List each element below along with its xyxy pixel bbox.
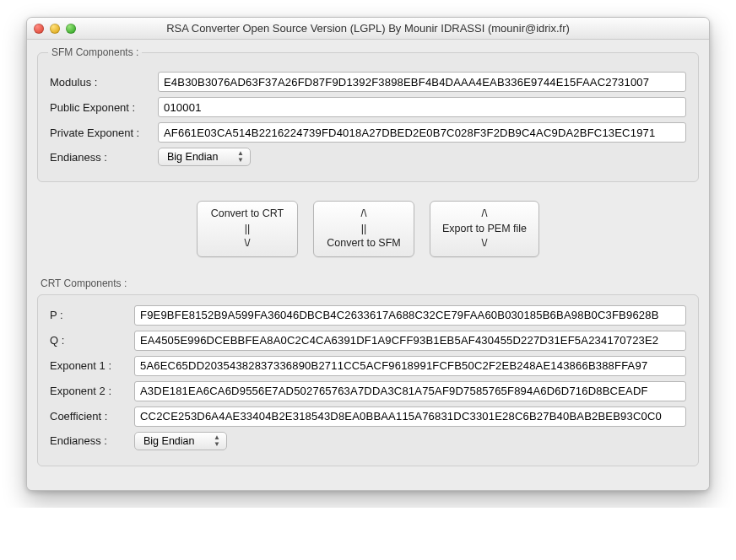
p-input[interactable] [134, 305, 686, 326]
row-p: P : [50, 305, 686, 326]
public-exponent-label: Public Exponent : [50, 101, 158, 114]
row-exp1: Exponent 1 : [50, 356, 686, 376]
public-exponent-input[interactable] [158, 97, 686, 117]
close-icon[interactable] [34, 24, 44, 34]
exp1-input[interactable] [134, 356, 686, 376]
sfm-endianess-select[interactable]: Big Endian [158, 148, 251, 166]
window-content: SFM Components : Modulus : Public Expone… [27, 40, 709, 490]
row-exp2: Exponent 2 : [50, 381, 686, 401]
row-q: Q : [50, 331, 686, 351]
coeff-input[interactable] [134, 407, 686, 427]
app-window: RSA Converter Open Source Version (LGPL)… [26, 17, 710, 491]
p-label: P : [50, 309, 134, 321]
export-to-pem-button[interactable]: /\ Export to PEM file \/ [430, 201, 539, 257]
crt-endianess-wrap: Big Endian ▲▼ [134, 432, 227, 450]
zoom-icon[interactable] [66, 24, 76, 34]
crt-legend: CRT Components : [41, 277, 699, 289]
row-sfm-endianess: Endianess : Big Endian ▲▼ [50, 148, 686, 166]
crt-endianess-label: Endianess : [50, 434, 134, 447]
modulus-label: Modulus : [50, 76, 158, 89]
convert-to-crt-button[interactable]: Convert to CRT || \/ [197, 201, 298, 257]
exp2-label: Exponent 2 : [50, 385, 134, 397]
convert-to-sfm-button[interactable]: /\ || Convert to SFM [313, 201, 414, 257]
row-public-exponent: Public Exponent : [50, 97, 686, 117]
crt-endianess-select[interactable]: Big Endian [134, 432, 227, 450]
exp2-input[interactable] [134, 381, 686, 401]
convert-buttons: Convert to CRT || \/ /\ || Convert to SF… [37, 201, 699, 257]
modulus-input[interactable] [158, 72, 686, 92]
exp1-label: Exponent 1 : [50, 359, 134, 372]
coeff-label: Coefficient : [50, 410, 134, 423]
sfm-endianess-wrap: Big Endian ▲▼ [158, 148, 251, 166]
private-exponent-input[interactable] [158, 122, 686, 143]
row-modulus: Modulus : [50, 72, 686, 92]
private-exponent-label: Private Exponent : [50, 127, 158, 139]
row-coeff: Coefficient : [50, 407, 686, 427]
sfm-legend: SFM Components : [48, 46, 142, 58]
row-private-exponent: Private Exponent : [50, 122, 686, 143]
minimize-icon[interactable] [50, 24, 60, 34]
sfm-group: SFM Components : Modulus : Public Expone… [37, 46, 699, 182]
q-input[interactable] [134, 331, 686, 351]
titlebar: RSA Converter Open Source Version (LGPL)… [27, 18, 709, 40]
q-label: Q : [50, 334, 134, 347]
window-title: RSA Converter Open Source Version (LGPL)… [27, 22, 709, 35]
window-controls [34, 24, 76, 34]
crt-group: P : Q : Exponent 1 : Exponent 2 : Coeffi… [37, 294, 699, 466]
row-crt-endianess: Endianess : Big Endian ▲▼ [50, 432, 686, 450]
sfm-endianess-label: Endianess : [50, 151, 158, 164]
